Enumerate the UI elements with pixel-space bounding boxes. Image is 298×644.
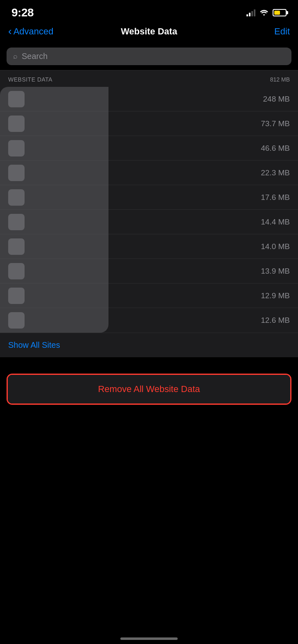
row-left [8, 140, 261, 156]
site-size: 14.4 MB [261, 218, 290, 227]
row-left [8, 214, 261, 230]
row-left [8, 263, 261, 279]
table-row[interactable]: 73.7 MB [0, 111, 298, 136]
chevron-left-icon: ‹ [8, 26, 12, 36]
site-icon [8, 238, 25, 255]
bottom-spacer [0, 405, 298, 487]
table-row[interactable]: 17.6 MB [0, 185, 298, 210]
search-icon: ⌕ [13, 52, 18, 61]
signal-icon [246, 9, 255, 16]
site-icon [8, 288, 25, 304]
row-left [8, 288, 261, 304]
remove-button-label: Remove All Website Data [98, 384, 200, 394]
table-row[interactable]: 12.9 MB [0, 283, 298, 308]
data-list-wrapper: 248 MB 73.7 MB 46.6 MB 22.3 MB [0, 87, 298, 333]
remove-all-button[interactable]: Remove All Website Data [8, 375, 290, 404]
nav-bar: ‹ Advanced Website Data Edit [0, 22, 298, 44]
row-left [8, 91, 263, 107]
data-list: 248 MB 73.7 MB 46.6 MB 22.3 MB [0, 87, 298, 333]
site-icon [8, 140, 25, 156]
page-title: Website Data [121, 26, 177, 37]
battery-icon [273, 9, 287, 16]
back-label: Advanced [14, 26, 54, 37]
site-size: 13.9 MB [261, 267, 290, 276]
site-icon [8, 189, 25, 206]
row-left [8, 116, 261, 132]
section-gap [0, 357, 298, 374]
search-container: ⌕ Search [0, 44, 298, 70]
section-label: WEBSITE DATA [8, 76, 52, 83]
show-all-container[interactable]: Show All Sites [0, 333, 298, 357]
wifi-icon [260, 9, 269, 16]
site-icon [8, 165, 25, 181]
home-indicator [120, 637, 178, 640]
remove-section: Remove All Website Data [0, 374, 298, 405]
status-icons [246, 9, 287, 16]
search-input[interactable]: Search [22, 52, 47, 61]
section-header: WEBSITE DATA 812 MB [0, 70, 298, 87]
table-row[interactable]: 12.6 MB [0, 308, 298, 333]
table-row[interactable]: 14.4 MB [0, 210, 298, 234]
site-icon [8, 263, 25, 279]
site-size: 248 MB [263, 95, 290, 104]
table-row[interactable]: 248 MB [0, 87, 298, 111]
row-left [8, 312, 261, 329]
table-row[interactable]: 13.9 MB [0, 259, 298, 283]
remove-button-wrapper: Remove All Website Data [7, 374, 291, 405]
show-all-button[interactable]: Show All Sites [8, 340, 60, 350]
edit-button[interactable]: Edit [274, 26, 290, 37]
back-button[interactable]: ‹ Advanced [8, 26, 54, 37]
site-size: 22.3 MB [261, 168, 290, 177]
site-size: 17.6 MB [261, 193, 290, 202]
table-row[interactable]: 22.3 MB [0, 161, 298, 185]
site-icon [8, 214, 25, 230]
site-size: 14.0 MB [261, 242, 290, 251]
site-size: 46.6 MB [261, 144, 290, 153]
total-size: 812 MB [270, 76, 290, 83]
table-row[interactable]: 14.0 MB [0, 234, 298, 259]
row-left [8, 238, 261, 255]
site-icon [8, 91, 25, 107]
table-row[interactable]: 46.6 MB [0, 136, 298, 161]
site-size: 12.6 MB [261, 316, 290, 325]
row-left [8, 165, 261, 181]
site-icon [8, 116, 25, 132]
site-size: 73.7 MB [261, 119, 290, 128]
site-size: 12.9 MB [261, 291, 290, 300]
row-left [8, 189, 261, 206]
search-bar[interactable]: ⌕ Search [7, 48, 291, 65]
site-icon [8, 312, 25, 329]
status-bar: 9:28 [0, 0, 298, 22]
status-time: 9:28 [11, 6, 34, 19]
